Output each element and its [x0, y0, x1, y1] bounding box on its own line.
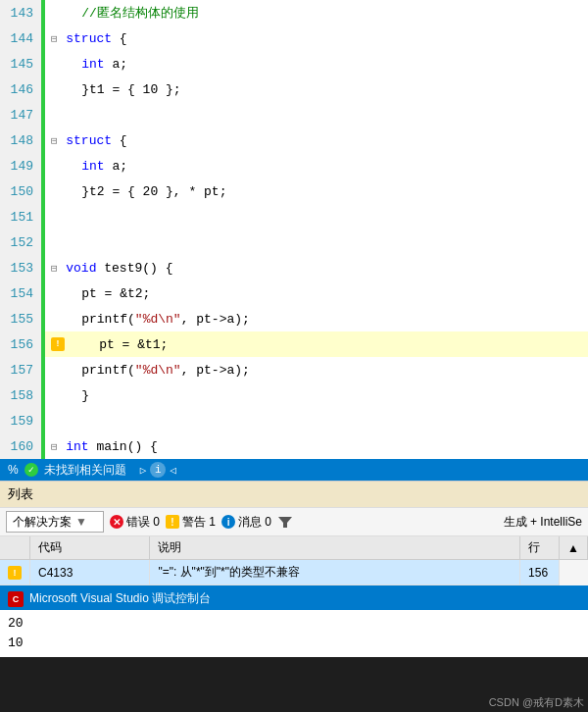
line-number: 150: [0, 178, 41, 204]
error-icon: ✕: [110, 515, 123, 529]
line-number: 152: [0, 229, 41, 255]
line-content: }t1 = { 10 };: [45, 76, 181, 102]
dropdown-arrow-icon: ▼: [75, 515, 87, 529]
line-content: ⊟ struct {: [45, 25, 127, 51]
table-row: 150 }t2 = { 20 }, * pt;: [0, 178, 588, 204]
line-content: [45, 102, 51, 127]
line-number: 157: [0, 357, 41, 382]
nav-left[interactable]: ▷: [140, 464, 147, 477]
vs-icon: C: [8, 591, 24, 607]
line-number: 144: [0, 25, 41, 51]
table-row: 155 printf("%d\n", pt->a);: [0, 306, 588, 331]
console-title-bar: C Microsoft Visual Studio 调试控制台: [0, 587, 588, 610]
line-content: printf("%d\n", pt->a);: [45, 306, 250, 331]
line-content: printf("%d\n", pt->a);: [45, 357, 250, 382]
line-number: 147: [0, 102, 41, 127]
status-nav: ▷ i ◁: [140, 462, 176, 478]
svg-marker-0: [278, 517, 292, 528]
nav-info[interactable]: i: [150, 462, 166, 478]
line-content: ⊟ void test9() {: [45, 255, 172, 280]
line-number: 155: [0, 306, 41, 331]
table-row: 157 printf("%d\n", pt->a);: [0, 357, 588, 382]
filter-icon[interactable]: [277, 514, 293, 530]
line-content: ⊟ int main() {: [45, 433, 158, 459]
line-number: 143: [0, 0, 41, 25]
table-row: 149 int a;: [0, 153, 588, 178]
zoom-percent: %: [8, 463, 19, 477]
line-number: 148: [0, 127, 41, 153]
table-row: 154 pt = &t2;: [0, 280, 588, 306]
status-check-icon: ✓: [24, 463, 38, 477]
line-number: 154: [0, 280, 41, 306]
table-row: 146 }t1 = { 10 };: [0, 76, 588, 102]
table-row: 144⊟ struct {: [0, 25, 588, 51]
console-title: Microsoft Visual Studio 调试控制台: [29, 590, 211, 607]
info-icon: i: [221, 515, 235, 529]
code-editor[interactable]: 143 //匿名结构体的使用144⊟ struct {145 int a;146…: [0, 0, 588, 459]
line-number: 153: [0, 255, 41, 280]
line-number: 151: [0, 204, 41, 229]
line-content: int a;: [45, 153, 127, 178]
status-bar: % ✓ 未找到相关问题 ▷ i ◁: [0, 459, 588, 481]
table-row: 159: [0, 408, 588, 433]
line-number: 158: [0, 382, 41, 408]
error-panel: 列表 个解决方案 ▼ ✕ 错误 0 ! 警告 1 i 消息 0 生成 + Int…: [0, 481, 588, 585]
line-content: [45, 408, 51, 433]
error-type-icon: !: [0, 560, 30, 585]
warning-icon: !: [166, 515, 179, 529]
line-content: int a;: [45, 51, 127, 76]
info-badge[interactable]: i 消息 0: [221, 514, 271, 531]
table-row: 145 int a;: [0, 51, 588, 76]
error-panel-title: 列表: [0, 482, 588, 508]
table-row: 160⊟ int main() {: [0, 433, 588, 459]
col-description[interactable]: 说明: [150, 536, 520, 560]
line-content: ! pt = &t1;: [45, 331, 168, 357]
warning-badge[interactable]: ! 警告 1: [166, 514, 216, 531]
console-output: 20 10: [0, 610, 588, 657]
solution-dropdown[interactable]: 个解决方案 ▼: [6, 511, 104, 533]
line-number: 146: [0, 76, 41, 102]
table-row: 158 }: [0, 382, 588, 408]
watermark: CSDN @戒有D素木: [489, 695, 584, 710]
code-lines: 143 //匿名结构体的使用144⊟ struct {145 int a;146…: [0, 0, 588, 459]
table-row: 152: [0, 229, 588, 255]
line-number: 156: [0, 331, 41, 357]
error-table: 代码 说明 行 ▲ !C4133"=": 从"*"到"*"的类型不兼容156: [0, 536, 588, 585]
col-icon[interactable]: [0, 536, 30, 560]
table-row[interactable]: !C4133"=": 从"*"到"*"的类型不兼容156: [0, 560, 588, 585]
table-row: 151: [0, 204, 588, 229]
col-code[interactable]: 代码: [30, 536, 150, 560]
nav-right[interactable]: ◁: [170, 464, 176, 477]
console-panel: C Microsoft Visual Studio 调试控制台 20 10: [0, 585, 588, 657]
line-content: [45, 229, 51, 255]
error-panel-toolbar: 个解决方案 ▼ ✕ 错误 0 ! 警告 1 i 消息 0 生成 + Intell…: [0, 508, 588, 536]
console-line-1: 20: [8, 614, 580, 634]
solution-label: 个解决方案: [13, 514, 72, 531]
warning-label: 警告 1: [182, 514, 216, 531]
table-row: 153⊟ void test9() {: [0, 255, 588, 280]
warning-line-icon: !: [51, 337, 65, 351]
status-text: 未找到相关问题: [44, 462, 126, 479]
line-content: ⊟ struct {: [45, 127, 127, 153]
col-line[interactable]: 行: [520, 536, 560, 560]
table-row: 156! pt = &t1;: [0, 331, 588, 357]
error-label: 错误 0: [126, 514, 160, 531]
error-description: "=": 从"*"到"*"的类型不兼容: [150, 560, 520, 585]
table-row: 147: [0, 102, 588, 127]
table-row: 143 //匿名结构体的使用: [0, 0, 588, 25]
console-line-2: 10: [8, 634, 580, 653]
line-number: 159: [0, 408, 41, 433]
line-content: [45, 204, 51, 229]
message-label: 消息 0: [238, 514, 271, 531]
table-row: 148⊟ struct {: [0, 127, 588, 153]
error-badge[interactable]: ✕ 错误 0: [110, 514, 160, 531]
build-label: 生成 + IntelliSe: [504, 514, 582, 531]
line-number: 160: [0, 433, 41, 459]
line-content: }t2 = { 20 }, * pt;: [45, 178, 226, 204]
line-number: 145: [0, 51, 41, 76]
line-content: pt = &t2;: [45, 280, 150, 306]
error-line: 156: [520, 560, 560, 585]
error-code: C4133: [30, 560, 150, 585]
line-number: 149: [0, 153, 41, 178]
col-sort[interactable]: ▲: [560, 536, 588, 560]
